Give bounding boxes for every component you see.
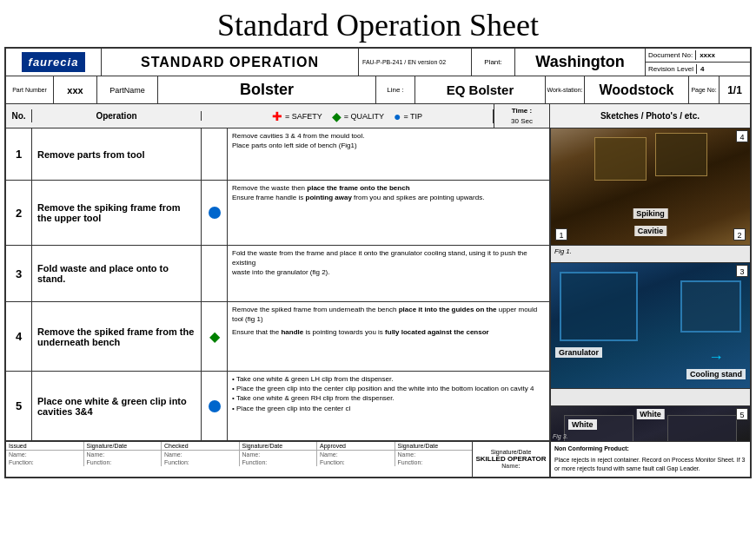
woodstock-cell: Woodstock [585,76,689,103]
tip-circle-icon [209,207,221,219]
row2-icon [202,181,228,245]
col-header-row: No. Operation ✚ = SAFETY ◆ = QUALITY ● =… [6,104,750,128]
row3-desc-line2: waste into the granulator (fig 2). [232,267,545,277]
footer-sig-row: Issued Signature/Date Checked Signature/… [6,442,472,451]
func-5: Function: [317,458,395,466]
row5-no: 5 [6,372,32,440]
row3-desc-line1: Fold the waste from the frame and place … [232,248,545,267]
sheet-container: faurecia STANDARD OPERATION FAU-P-PB-241… [4,47,752,478]
cooling-label: Cooling stand [686,369,746,379]
non-conform-text: Place rejects in reject container. Recor… [554,456,746,474]
granulator-image: Granulator Cooling stand → 3 [551,263,750,388]
rev-value: 4 [697,64,707,74]
col-safety: ✚ = SAFETY ◆ = QUALITY ● = TIP [202,109,494,123]
table-row: 4 Remove the spiked frame from the under… [6,302,550,372]
row2-desc: Remove the waste then place the frame on… [228,181,550,245]
partname-cell: PartName [97,76,158,103]
col-time: Time : 30 Sec [494,104,550,127]
func-4: Function: [240,458,318,466]
sketch-num-3: 3 [736,265,748,277]
quality-diamond-icon: ◆ [209,328,220,345]
diamond-icon: ◆ [332,109,342,123]
col-no: No. [6,109,32,122]
row3-operation: Fold waste and place onto to stand. [32,246,202,301]
spiking-image: Spiking Cavitie 4 1 2 [551,128,750,245]
main-content: 1 Remove parts from tool Remove cavities… [6,128,750,441]
rev-label: Revision Level [646,64,697,74]
row1-operation: Remove parts from tool [32,128,202,180]
cavitie-label: Cavitie [634,226,667,236]
fau-cell: FAU-P-PB-241 / EN version 02 [359,49,472,76]
non-conform-label: Non Conforming Product: [554,445,746,454]
bolster-cell: Bolster [158,76,376,103]
doc-label: Document No: [646,50,696,60]
col-sketch: Sketches / Photo's / etc. [550,111,750,121]
table-row: 3 Fold waste and place onto to stand. Fo… [6,246,550,302]
washington-cell: Washington [515,49,646,76]
name-4: Name: [240,451,318,458]
row1-desc: Remove cavities 3 & 4 from the mould too… [228,128,550,180]
row1-icon [202,128,228,180]
row1-desc-line2: Place parts onto left side of bench (Fig… [232,141,545,150]
name-3: Name: [162,451,240,458]
sig-date-1: Signature/Date [84,442,162,450]
line-cell: Line : [376,76,415,103]
std-op-cell: STANDARD OPERATION [102,49,359,76]
func-1: Function: [6,458,84,466]
row5-desc-line4: • Place the green clip into the center c… [232,404,545,413]
granulator-label: Granulator [555,347,602,358]
sub-num-2: 2 [733,228,746,240]
row5-icon [202,372,228,440]
workstation-cell: Work-station: [546,76,585,103]
white-label2: White [636,409,665,419]
row5-desc-line1: • Take one white & green LH clip from th… [232,374,545,384]
doc-cell: Document No: xxxx Revision Level 4 [646,49,750,76]
footer-func-row: Function: Function: Function: Function: … [6,458,472,466]
fig3-label: Fig 3. [553,433,568,439]
plant-cell: Plant: [472,49,515,76]
safety-label: = SAFETY [285,112,322,121]
row3-desc: Fold the waste from the frame and place … [228,246,550,301]
eq-bolster-cell: EQ Bolster [415,76,546,103]
cross-icon: ✚ [272,109,282,123]
row3-no: 3 [6,246,32,301]
row4-icon: ◆ [202,302,228,371]
name-2: Name: [84,451,162,458]
row2-operation: Remove the spiking frame from the upper … [32,181,202,245]
skilled-cell: Signature/Date SKILLED OPERATOR Name: [472,442,550,477]
sig-date-skilled: Signature/Date [491,449,532,455]
page-title: Standard Operation Sheet [0,0,756,47]
logo-cell: faurecia [6,49,102,76]
sketch-num-4: 4 [736,130,748,142]
name-6: Name: [395,451,473,458]
row4-desc: Remove the spiked frame from underneath … [228,302,550,371]
func-3: Function: [162,458,240,466]
footer-name-row: Name: Name: Name: Name: Name: Name: [6,451,472,458]
sig-date-2: Signature/Date [240,442,318,450]
circle-icon: ● [394,109,401,123]
sketch-spiking: Spiking Cavitie 4 1 2 [551,128,750,246]
row1-desc-line1: Remove cavities 3 & 4 from the mould too… [232,131,545,141]
table-row: 1 Remove parts from tool Remove cavities… [6,128,550,181]
fig2-label [551,389,750,406]
header-row1: faurecia STANDARD OPERATION FAU-P-PB-241… [6,49,750,76]
row4-desc-line1: Remove the spiked frame from underneath … [232,305,545,324]
func-6: Function: [395,458,473,466]
row5-desc-line3: • Take one white & green RH clip from th… [232,393,545,403]
sketch-white: White White 5 Fig 3. [551,406,750,441]
issued-cell: Issued [6,442,84,450]
func-2: Function: [84,458,162,466]
row3-icon [202,246,228,301]
white-image: White White 5 Fig 3. [551,406,750,441]
row4-operation: Remove the spiked frame from the underne… [32,302,202,371]
quality-label: = QUALITY [344,112,384,121]
xxx-cell: xxx [54,76,97,103]
sub-num-1: 1 [555,228,567,240]
approved-cell: Approved [317,442,395,450]
name-skilled: Name: [501,463,520,469]
sketch-granulator: Granulator Cooling stand → 3 [551,263,750,389]
row2-no: 2 [6,181,32,245]
row2-desc-line2: Ensure frame handle is pointing away fro… [232,193,545,202]
col-operation: Operation [32,111,202,121]
table-row: 2 Remove the spiking frame from the uppe… [6,181,550,246]
